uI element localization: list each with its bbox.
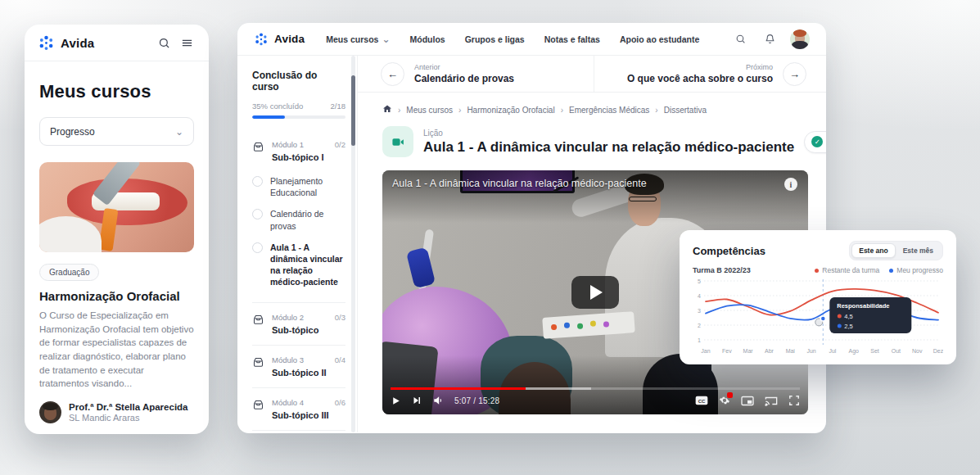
miniplayer-icon[interactable] (741, 396, 754, 406)
next-track-icon[interactable] (412, 396, 422, 405)
svg-text:Mai: Mai (786, 348, 796, 354)
course-thumbnail[interactable] (39, 162, 194, 252)
sidebar-scrollbar-thumb[interactable] (351, 75, 355, 146)
lesson-header: Lição Aula 1 - A dinâmica vincular na re… (382, 126, 811, 157)
module-box-icon (252, 141, 264, 162)
module-header-4[interactable]: Módulo 4 0/6 Sub-tópico III (252, 398, 345, 420)
chevron-down-icon: ⌄ (382, 36, 390, 43)
module-block-3: Módulo 3 0/4 Sub-tópico II (252, 345, 345, 387)
app-canvas: Avida Meus cursos Progresso ⌄ (0, 0, 980, 475)
avida-logo-icon (38, 34, 55, 52)
fullscreen-icon[interactable] (788, 395, 800, 406)
previous-lesson[interactable]: ← Anterior Calendário de provas (358, 56, 594, 92)
breadcrumb-item-harmonizacao-orofacial[interactable]: Harmonização Orofacial (467, 106, 554, 115)
breadcrumb-separator: › (655, 106, 657, 115)
course-title[interactable]: Harmonização Orofacial (39, 289, 194, 303)
professor-row: Prof.ª Dr.ª Stella Aparecida SL Mandic A… (39, 401, 194, 423)
search-icon[interactable] (155, 34, 173, 52)
info-icon[interactable]: i (784, 178, 797, 191)
previous-label: Anterior (414, 63, 514, 71)
svg-text:2,5: 2,5 (844, 323, 852, 330)
video-overlay-title: Aula 1 - A dinâmica vincular na relação … (392, 178, 647, 189)
svg-text:2: 2 (698, 323, 701, 328)
volume-icon[interactable] (432, 395, 444, 406)
nav-item-meus-cursos[interactable]: Meus cursos⌄ (326, 34, 390, 44)
competencias-card: Competências Este anoEste mês Turma B 20… (680, 230, 956, 364)
module-block-5: Módulo 5 0/4 Sub-tópico IIII (252, 430, 345, 433)
module-header-1[interactable]: Módulo 1 0/2 Sub-tópico I (252, 140, 345, 162)
svg-text:Jul: Jul (829, 348, 836, 354)
main-navbar: Avida Meus cursos⌄MódulosGrupos e ligasN… (237, 23, 826, 56)
check-icon: ✓ (811, 136, 823, 147)
range-button-este-ano[interactable]: Este ano (851, 243, 895, 258)
cast-icon[interactable] (765, 396, 778, 406)
svg-text:3: 3 (698, 308, 701, 314)
lesson-pager: ← Anterior Calendário de provas Próximo … (358, 56, 826, 93)
modules-list: Módulo 1 0/2 Sub-tópico I Planejamento E… (252, 130, 345, 433)
nav-item-grupos-e-ligas[interactable]: Grupos e ligas (465, 34, 525, 44)
main-panel: Avida Meus cursos⌄MódulosGrupos e ligasN… (237, 23, 826, 433)
module-count: 0/2 (335, 140, 345, 149)
menu-icon[interactable] (178, 34, 196, 52)
competencias-chart[interactable]: 12345JanFevMarAbrMaiJunJulAgoSetOutNovDe… (693, 276, 943, 361)
mobile-panel: Avida Meus cursos Progresso ⌄ (25, 25, 209, 434)
legend-dot-icon (815, 269, 819, 273)
home-icon[interactable] (382, 104, 392, 115)
captions-icon[interactable]: CC (695, 396, 708, 405)
arrow-right-icon[interactable]: → (783, 62, 806, 86)
svg-text:1: 1 (698, 337, 701, 343)
legend-item-restante-da-turma: Restante da turma (815, 266, 879, 274)
settings-gear-icon[interactable] (719, 395, 730, 406)
breadcrumb-item-emergencias-medicas[interactable]: Emergências Médicas (569, 106, 649, 115)
next-label: Próximo (627, 63, 773, 71)
progress-filter-select[interactable]: Progresso ⌄ (39, 117, 194, 146)
svg-text:Fev: Fev (722, 348, 732, 354)
nav-item-modulos[interactable]: Módulos (410, 34, 445, 44)
lesson-item-aula-1-a-dinamica-vincular-na-[interactable]: Aula 1 - A dinâmica vincular na relação … (252, 237, 345, 293)
play-button-overlay[interactable] (571, 276, 619, 309)
range-button-este-mes[interactable]: Este mês (896, 243, 941, 258)
brand-label: Avida (61, 36, 94, 50)
module-header-2[interactable]: Módulo 2 0/3 Sub-tópico (252, 313, 345, 335)
svg-text:Ago: Ago (848, 348, 859, 355)
bell-icon[interactable] (761, 30, 779, 48)
module-box-icon (252, 356, 264, 378)
video-controls: 5:07 / 15:28 CC (391, 390, 800, 411)
breadcrumb-separator: › (398, 106, 400, 115)
professor-name: Prof.ª Dr.ª Stella Aparecida (69, 402, 188, 412)
brand[interactable]: Avida (38, 34, 94, 52)
lesson-item-planejamento-educacional[interactable]: Planejamento Educacional (252, 170, 345, 203)
checkbox-circle-icon[interactable] (252, 176, 263, 187)
completion-title: Conclusão do curso (252, 70, 345, 93)
chevron-down-icon: ⌄ (175, 129, 183, 135)
professor-institution: SL Mandic Araras (69, 413, 188, 423)
breadcrumb-item-meus-cursos[interactable]: Meus cursos (406, 106, 453, 115)
brand[interactable]: Avida (254, 32, 305, 47)
breadcrumb: ›Meus cursos›Harmonização Orofacial›Emer… (382, 104, 811, 115)
play-icon[interactable] (391, 396, 401, 406)
page-title: Meus cursos (39, 81, 194, 102)
next-title: O que você acha sobre o curso (627, 73, 773, 84)
svg-text:CC: CC (698, 399, 706, 404)
arrow-left-icon[interactable]: ← (381, 62, 404, 86)
next-lesson[interactable]: Próximo O que você acha sobre o curso → (594, 56, 827, 92)
legend-dot-icon (889, 269, 893, 273)
nav-item-apoio-ao-estudante[interactable]: Apoio ao estudante (620, 34, 699, 44)
search-icon[interactable] (731, 30, 749, 48)
module-count: 0/4 (335, 355, 345, 364)
chart-legend: Restante da turma Meu progresso (815, 266, 943, 274)
module-header-3[interactable]: Módulo 3 0/4 Sub-tópico II (252, 355, 345, 378)
checkbox-circle-icon[interactable] (252, 209, 263, 219)
user-avatar[interactable] (790, 29, 810, 49)
marked-complete-button[interactable]: ✓ Marcado como concluído (804, 131, 826, 153)
breadcrumb-item-dissertativa: Dissertativa (664, 106, 707, 115)
nav-item-notas-e-faltas[interactable]: Notas e faltas (544, 34, 600, 44)
lesson-kind: Lição (423, 129, 794, 138)
lesson-item-calendario-de-provas[interactable]: Calendário de provas (252, 203, 345, 236)
time-display: 5:07 / 15:28 (454, 396, 499, 405)
previous-title: Calendário de provas (414, 73, 514, 84)
checkbox-circle-icon[interactable] (252, 242, 263, 253)
filter-value: Progresso (50, 126, 95, 138)
range-toggle: Este anoEste mês (849, 241, 943, 260)
svg-text:4,5: 4,5 (844, 313, 852, 320)
